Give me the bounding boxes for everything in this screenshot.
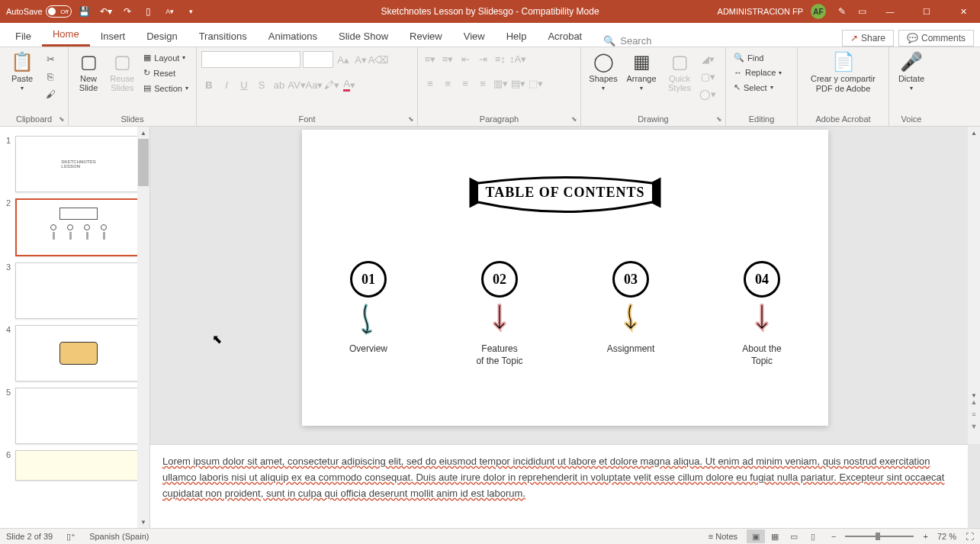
numbering-icon[interactable]: ≡▾	[440, 51, 455, 66]
justify-icon[interactable]: ≡	[475, 76, 490, 91]
zoom-out-icon[interactable]: −	[831, 532, 836, 541]
decrease-font-icon[interactable]: A▾	[353, 52, 368, 67]
scroll-down-icon[interactable]: ▼	[137, 516, 149, 528]
slide-canvas[interactable]: TABLE OF CONTENTS 01 Overview 02 Feature…	[302, 130, 828, 426]
bullets-icon[interactable]: ≡▾	[423, 51, 438, 66]
tab-insert[interactable]: Insert	[90, 26, 137, 47]
zoom-in-icon[interactable]: +	[923, 532, 927, 541]
zoom-level[interactable]: 72 %	[937, 532, 956, 541]
arrange-button[interactable]: ▦Arrange▾	[624, 51, 659, 92]
shapes-button[interactable]: ◯Shapes▾	[586, 51, 621, 92]
tab-review[interactable]: Review	[399, 26, 453, 47]
highlight-icon[interactable]: 🖍▾	[324, 77, 339, 92]
next-slide-icon[interactable]: ▼	[969, 421, 979, 432]
save-icon[interactable]: 💾	[76, 3, 93, 20]
thumbnail-2[interactable]: 2	[0, 195, 149, 259]
share-button[interactable]: ↗Share	[842, 30, 894, 47]
notes-area[interactable]: Lorem ipsum dolor sit amet, consectetur …	[150, 444, 968, 528]
slide-counter[interactable]: Slide 2 of 39	[6, 532, 53, 541]
align-center-icon[interactable]: ≡	[440, 76, 455, 91]
columns-icon[interactable]: ▥▾	[493, 76, 508, 91]
scroll-up-icon[interactable]: ▲	[137, 127, 149, 139]
user-avatar[interactable]: AF	[811, 4, 826, 19]
increase-font-icon[interactable]: A▴	[336, 52, 351, 67]
format-painter-icon[interactable]: 🖌	[43, 86, 58, 101]
undo-icon[interactable]: ↶▾	[98, 3, 114, 20]
increase-indent-icon[interactable]: ⇥	[475, 51, 490, 66]
adobe-pdf-button[interactable]: 📄Crear y compartir PDF de Adobe	[802, 51, 884, 94]
coming-soon-icon[interactable]: ✎	[834, 3, 850, 20]
select-button[interactable]: ↖Select▾	[731, 81, 785, 94]
thumbnail-scrollbar[interactable]: ▲ ▼	[137, 127, 149, 528]
normal-view-icon[interactable]: ▣	[747, 530, 765, 543]
line-spacing-icon[interactable]: ≡↕	[493, 51, 508, 66]
autosave-toggle[interactable]: AutoSave Off	[6, 5, 72, 18]
main-scrollbar[interactable]: ▲ ▼ ▲ ≡ ▼	[968, 127, 980, 444]
prev-slide-icon[interactable]: ▲	[969, 397, 979, 407]
reset-button[interactable]: ↻Reset	[140, 66, 191, 79]
align-text-icon[interactable]: ▤▾	[510, 76, 525, 91]
clear-format-icon[interactable]: A⌫	[371, 52, 386, 67]
smartart-icon[interactable]: ⬚▾	[528, 76, 543, 91]
nav-menu-icon[interactable]: ≡	[969, 409, 979, 420]
cut-icon[interactable]: ✂	[43, 51, 58, 66]
tab-animations[interactable]: Animations	[258, 26, 328, 47]
bold-icon[interactable]: B	[201, 77, 217, 92]
comments-button[interactable]: 💬Comments	[898, 30, 974, 47]
search-box[interactable]: 🔍 Search	[603, 35, 651, 47]
font-launcher[interactable]: ⬊	[408, 115, 414, 123]
maximize-button[interactable]: ☐	[910, 0, 943, 23]
scroll-thumb[interactable]	[138, 139, 149, 186]
language-indicator[interactable]: Spanish (Spain)	[89, 532, 149, 541]
tab-design[interactable]: Design	[136, 26, 188, 47]
ribbon-display-icon[interactable]: ▭	[853, 3, 870, 20]
thumbnail-1[interactable]: 1 SKETCHNOTESLESSON	[0, 133, 149, 195]
notes-toggle[interactable]: ≡ Notes	[708, 532, 737, 541]
dictate-button[interactable]: 🎤Dictate▾	[894, 51, 929, 92]
paste-button[interactable]: 📋Paste▾	[5, 51, 40, 92]
copy-icon[interactable]: ⎘	[43, 69, 58, 84]
decrease-indent-icon[interactable]: ⇤	[458, 51, 473, 66]
spacing-icon[interactable]: AV▾	[289, 77, 304, 92]
tab-slideshow[interactable]: Slide Show	[328, 26, 399, 47]
shape-outline-icon[interactable]: ▢▾	[700, 69, 715, 84]
accessibility-icon[interactable]: ▯⁺	[66, 532, 76, 542]
thumbnail-3[interactable]: 3	[0, 259, 149, 322]
reading-view-icon[interactable]: ▭	[785, 530, 803, 543]
thumbnail-5[interactable]: 5	[0, 385, 149, 447]
find-button[interactable]: 🔍Find	[731, 51, 785, 64]
layout-button[interactable]: ▦Layout▾	[140, 51, 191, 64]
reuse-slides-button[interactable]: ▢Reuse Slides	[107, 51, 137, 92]
italic-icon[interactable]: I	[219, 77, 234, 92]
underline-icon[interactable]: U	[236, 77, 252, 92]
thumbnail-6[interactable]: 6	[0, 447, 149, 484]
qat-dropdown-icon[interactable]: A▾	[162, 3, 178, 20]
close-button[interactable]: ✕	[946, 0, 980, 23]
font-size-select[interactable]	[303, 51, 333, 68]
zoom-slider[interactable]	[845, 536, 914, 537]
autosave-switch[interactable]: Off	[46, 5, 72, 18]
drawing-launcher[interactable]: ⬊	[716, 115, 722, 123]
tab-home[interactable]: Home	[42, 24, 90, 47]
font-color-icon[interactable]: A▾	[342, 77, 357, 92]
quick-styles-button[interactable]: ▢Quick Styles	[662, 51, 697, 92]
qat-customize-icon[interactable]: ▾	[183, 3, 200, 20]
section-button[interactable]: ▤Section▾	[140, 82, 191, 95]
tab-view[interactable]: View	[453, 26, 496, 47]
tab-file[interactable]: File	[5, 26, 42, 47]
paragraph-launcher[interactable]: ⬊	[571, 115, 577, 123]
align-left-icon[interactable]: ≡	[423, 76, 438, 91]
redo-icon[interactable]: ↷	[119, 3, 136, 20]
fit-to-window-icon[interactable]: ⛶	[966, 532, 974, 541]
case-icon[interactable]: Aa▾	[307, 77, 322, 92]
tab-acrobat[interactable]: Acrobat	[537, 26, 593, 47]
sorter-view-icon[interactable]: ▦	[766, 530, 784, 543]
new-slide-button[interactable]: ▢New Slide	[73, 51, 104, 92]
text-direction-icon[interactable]: ↕A▾	[510, 51, 525, 66]
shadow-icon[interactable]: ab	[272, 77, 287, 92]
tab-transitions[interactable]: Transitions	[188, 26, 258, 47]
replace-button[interactable]: ↔Replace▾	[731, 66, 785, 79]
tab-help[interactable]: Help	[496, 26, 538, 47]
minimize-button[interactable]: —	[873, 0, 907, 23]
shape-effects-icon[interactable]: ◯▾	[700, 86, 715, 101]
